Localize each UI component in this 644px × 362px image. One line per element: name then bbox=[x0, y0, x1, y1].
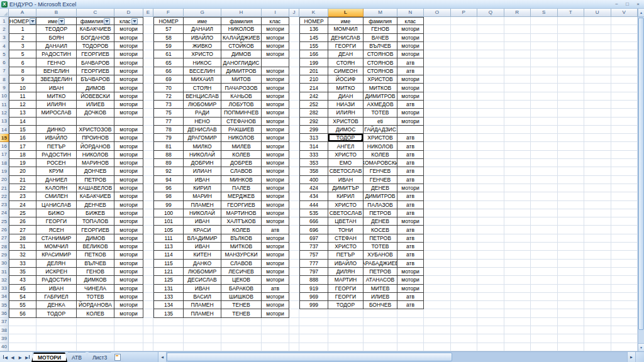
cell-K2[interactable]: 136 bbox=[299, 25, 328, 33]
cell-R19[interactable] bbox=[504, 167, 531, 175]
cell-J23[interactable] bbox=[289, 201, 299, 209]
cell-M13[interactable]: eti bbox=[364, 118, 397, 126]
cell-B6[interactable]: ГЕНЧО bbox=[36, 58, 77, 67]
cell-G33[interactable]: ИВАН bbox=[184, 285, 221, 293]
cell-C38[interactable] bbox=[77, 326, 114, 334]
cell-E5[interactable] bbox=[143, 50, 153, 58]
cell-R4[interactable] bbox=[504, 42, 531, 50]
cell-H35[interactable]: ТЕНЕВ bbox=[221, 301, 262, 309]
cell-A23[interactable]: 24 bbox=[9, 201, 36, 209]
cell-N21[interactable]: мотори bbox=[397, 184, 424, 192]
cell-B32[interactable]: РАДОСТИН bbox=[36, 276, 77, 284]
cell-S4[interactable] bbox=[531, 42, 558, 50]
cell-M24[interactable]: ПЕТРОВ bbox=[364, 209, 397, 217]
filter-dropdown-button[interactable] bbox=[131, 18, 138, 25]
cell-H8[interactable]: МИТОВ bbox=[221, 75, 262, 84]
cell-F37[interactable] bbox=[153, 318, 184, 326]
close-button[interactable]: × bbox=[634, 1, 642, 8]
cell-V17[interactable] bbox=[611, 151, 638, 159]
cell-M11[interactable]: АХМЕДОВ bbox=[364, 101, 397, 109]
cell-A8[interactable]: 9 bbox=[9, 75, 36, 84]
cell-C25[interactable]: ТОПАЛОВ bbox=[77, 217, 114, 226]
row-header-39[interactable]: 39 bbox=[0, 334, 9, 343]
cell-V40[interactable] bbox=[611, 343, 638, 351]
cell-L13[interactable]: ХРИСТОВ bbox=[328, 118, 364, 126]
cell-D8[interactable]: мотори bbox=[114, 75, 143, 84]
cell-V21[interactable] bbox=[611, 184, 638, 192]
cell-O18[interactable] bbox=[424, 159, 451, 167]
row-header-35[interactable]: 35 bbox=[0, 301, 9, 309]
column-header-T[interactable]: T bbox=[558, 9, 585, 17]
cell-T13[interactable] bbox=[558, 118, 585, 126]
cell-R8[interactable] bbox=[504, 75, 531, 84]
cell-T31[interactable] bbox=[558, 268, 585, 276]
cell-G3[interactable]: ИВАЙЛО bbox=[184, 34, 221, 42]
cell-U18[interactable] bbox=[584, 159, 611, 167]
cell-C2[interactable]: КАБАКЧИЕВ bbox=[77, 25, 114, 33]
cell-V18[interactable] bbox=[611, 159, 638, 167]
cell-F26[interactable]: 105 bbox=[153, 226, 184, 234]
cell-H3[interactable]: КАЛАЙДЖИЕВ bbox=[221, 34, 262, 42]
cell-R17[interactable] bbox=[504, 151, 531, 159]
cell-O19[interactable] bbox=[424, 167, 451, 175]
cell-O33[interactable] bbox=[424, 285, 451, 293]
cell-M15[interactable]: ХРИСТОВ bbox=[364, 134, 397, 142]
cell-N17[interactable]: атв bbox=[397, 151, 424, 159]
cell-I26[interactable]: атв bbox=[262, 226, 289, 234]
cell-Q34[interactable] bbox=[477, 293, 504, 301]
cell-F33[interactable]: 131 bbox=[153, 285, 184, 293]
cell-I33[interactable]: атв bbox=[262, 285, 289, 293]
cell-S5[interactable] bbox=[531, 50, 558, 58]
cell-T37[interactable] bbox=[558, 318, 585, 326]
cell-C31[interactable]: ГЕНОВ bbox=[77, 268, 114, 276]
cell-P2[interactable] bbox=[451, 25, 478, 33]
cell-H10[interactable]: КАНЬОВ bbox=[221, 92, 262, 101]
cell-U4[interactable] bbox=[584, 42, 611, 50]
cell-M26[interactable]: КОСЕВ bbox=[364, 226, 397, 234]
cell-A24[interactable]: 25 bbox=[9, 209, 36, 217]
cell-I5[interactable]: мотори bbox=[262, 50, 289, 58]
cell-N23[interactable]: атв bbox=[397, 201, 424, 209]
cell-A12[interactable]: 13 bbox=[9, 109, 36, 117]
cell-A1[interactable]: НОМЕР bbox=[9, 17, 36, 25]
cell-A39[interactable] bbox=[9, 334, 36, 343]
cell-P9[interactable] bbox=[451, 84, 478, 92]
cell-U5[interactable] bbox=[584, 50, 611, 58]
cell-R15[interactable] bbox=[504, 134, 531, 142]
cell-N36[interactable] bbox=[397, 309, 424, 317]
cell-J18[interactable] bbox=[289, 159, 299, 167]
cell-C10[interactable]: ЙОВЕВСКИ bbox=[77, 92, 114, 101]
cell-J31[interactable] bbox=[289, 268, 299, 276]
cell-K19[interactable]: 358 bbox=[299, 167, 328, 175]
cell-V23[interactable] bbox=[611, 201, 638, 209]
scroll-right-icon[interactable]: ▶ bbox=[627, 352, 635, 362]
cell-Q21[interactable] bbox=[477, 184, 504, 192]
cell-H18[interactable]: ДОБРЕВ bbox=[221, 159, 262, 167]
cell-I28[interactable]: мотори bbox=[262, 243, 289, 251]
cell-O32[interactable] bbox=[424, 276, 451, 284]
cell-S27[interactable] bbox=[531, 234, 558, 243]
cell-D6[interactable]: мотори bbox=[114, 58, 143, 67]
cell-B12[interactable]: МИРОСЛАВ bbox=[36, 109, 77, 117]
cell-J15[interactable] bbox=[289, 134, 299, 142]
cell-N26[interactable]: атв bbox=[397, 226, 424, 234]
cell-P14[interactable] bbox=[451, 126, 478, 134]
cell-P15[interactable] bbox=[451, 134, 478, 142]
cell-H6[interactable]: ДАНОГЛИДИС bbox=[221, 58, 262, 67]
cell-D27[interactable]: мотори bbox=[114, 234, 143, 243]
row-header-40[interactable]: 40 bbox=[0, 343, 9, 351]
cell-L17[interactable]: ХРИСТО bbox=[328, 151, 364, 159]
cell-D4[interactable]: мотори bbox=[114, 42, 143, 50]
cell-N24[interactable]: атв bbox=[397, 209, 424, 217]
cell-Q38[interactable] bbox=[477, 326, 504, 334]
cell-I25[interactable]: мотори bbox=[262, 217, 289, 226]
cell-N38[interactable] bbox=[397, 326, 424, 334]
cell-N12[interactable]: мотори bbox=[397, 109, 424, 117]
cell-A3[interactable]: 2 bbox=[9, 34, 36, 42]
cell-K14[interactable]: 299 bbox=[299, 126, 328, 134]
cell-D21[interactable]: мотори bbox=[114, 184, 143, 192]
cell-Q9[interactable] bbox=[477, 84, 504, 92]
cell-C24[interactable]: БИЖЕВ bbox=[77, 209, 114, 217]
cell-M4[interactable]: ВЪЛЧЕВ bbox=[364, 42, 397, 50]
cell-A38[interactable] bbox=[9, 326, 36, 334]
